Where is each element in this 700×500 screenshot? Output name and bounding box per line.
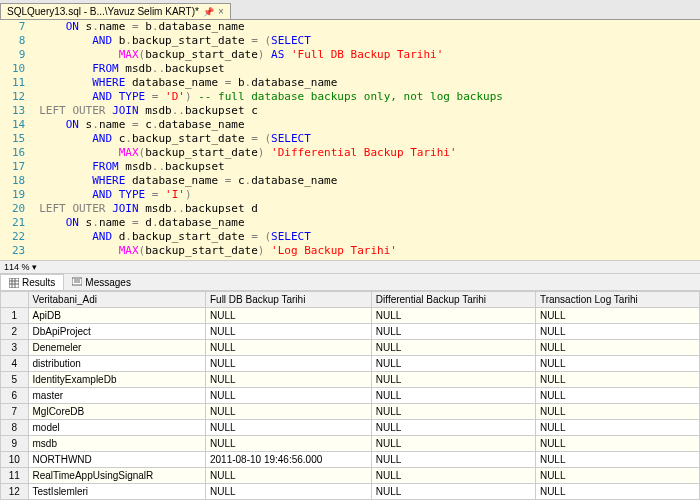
cell[interactable]: NULL [205,436,371,452]
cell[interactable]: NULL [371,484,535,500]
code-line[interactable]: AND TYPE = 'I') [39,188,503,202]
cell[interactable]: NULL [205,340,371,356]
column-header[interactable]: Veritabani_Adi [28,292,205,308]
cell[interactable]: NULL [371,468,535,484]
code-line[interactable]: FROM msdb..backupset [39,62,503,76]
table-row[interactable]: 9msdbNULLNULLNULL [1,436,700,452]
cell[interactable]: master [28,388,205,404]
line-number: 19 [12,188,25,202]
cell[interactable]: MglCoreDB [28,404,205,420]
cell[interactable]: NORTHWND [28,452,205,468]
close-icon[interactable]: × [218,6,224,17]
tab-messages[interactable]: Messages [64,274,139,290]
table-row[interactable]: 10NORTHWND2011-08-10 19:46:56.000NULLNUL… [1,452,700,468]
cell[interactable]: NULL [371,436,535,452]
table-row[interactable]: 12TestIslemleriNULLNULLNULL [1,484,700,500]
cell[interactable]: 2011-08-10 19:46:56.000 [205,452,371,468]
cell[interactable]: NULL [371,420,535,436]
cell[interactable]: NULL [535,356,699,372]
tab-bar: SQLQuery13.sql - B...\Yavuz Selim KART)*… [0,0,700,20]
cell[interactable]: NULL [205,404,371,420]
zoom-dropdown-icon[interactable]: ▾ [32,262,37,272]
cell[interactable]: NULL [371,404,535,420]
cell[interactable]: RealTimeAppUsingSignalR [28,468,205,484]
cell[interactable]: NULL [535,436,699,452]
line-number: 22 [12,230,25,244]
column-header[interactable]: Full DB Backup Tarihi [205,292,371,308]
code-line[interactable]: AND b.backup_start_date = (SELECT [39,34,503,48]
table-row[interactable]: 7MglCoreDBNULLNULLNULL [1,404,700,420]
table-row[interactable]: 4distributionNULLNULLNULL [1,356,700,372]
cell[interactable]: NULL [205,468,371,484]
cell[interactable]: TestIslemleri [28,484,205,500]
line-number: 7 [12,20,25,34]
table-row[interactable]: 11RealTimeAppUsingSignalRNULLNULLNULL [1,468,700,484]
pin-icon[interactable]: 📌 [203,7,214,17]
row-number: 7 [1,404,29,420]
results-grid[interactable]: Veritabani_AdiFull DB Backup TarihiDiffe… [0,291,700,500]
column-header[interactable]: Transaction Log Tarihi [535,292,699,308]
code-line[interactable]: ON s.name = d.database_name [39,216,503,230]
code-line[interactable]: MAX(backup_start_date) 'Log Backup Tarih… [39,244,503,258]
code-line[interactable]: AND c.backup_start_date = (SELECT [39,132,503,146]
cell[interactable]: NULL [535,468,699,484]
cell[interactable]: NULL [371,388,535,404]
code-line[interactable]: LEFT OUTER JOIN msdb..backupset c [39,104,503,118]
cell[interactable]: NULL [371,452,535,468]
zoom-indicator[interactable]: 114 % ▾ [0,260,700,274]
cell[interactable]: NULL [371,324,535,340]
cell[interactable]: NULL [371,340,535,356]
cell[interactable]: NULL [535,308,699,324]
cell[interactable]: NULL [205,308,371,324]
table-row[interactable]: 6masterNULLNULLNULL [1,388,700,404]
cell[interactable]: NULL [535,372,699,388]
line-number: 18 [12,174,25,188]
cell[interactable]: NULL [535,484,699,500]
table-row[interactable]: 8modelNULLNULLNULL [1,420,700,436]
code-line[interactable]: MAX(backup_start_date) 'Differential Bac… [39,146,503,160]
code-line[interactable]: AND TYPE = 'D') -- full database backups… [39,90,503,104]
code-line[interactable]: FROM msdb..backupset [39,160,503,174]
cell[interactable]: NULL [371,308,535,324]
cell[interactable]: ApiDB [28,308,205,324]
cell[interactable]: NULL [205,356,371,372]
code-line[interactable]: WHERE database_name = c.database_name [39,174,503,188]
cell[interactable]: msdb [28,436,205,452]
cell[interactable]: NULL [205,420,371,436]
cell[interactable]: Denemeler [28,340,205,356]
cell[interactable]: NULL [535,388,699,404]
table-row[interactable]: 5IdentityExampleDbNULLNULLNULL [1,372,700,388]
cell[interactable]: IdentityExampleDb [28,372,205,388]
cell[interactable]: DbApiProject [28,324,205,340]
cell[interactable]: NULL [371,356,535,372]
cell[interactable]: NULL [535,452,699,468]
file-tab[interactable]: SQLQuery13.sql - B...\Yavuz Selim KART)*… [0,3,231,19]
code-content[interactable]: ON s.name = b.database_name AND b.backup… [31,20,511,260]
code-line[interactable]: ON s.name = b.database_name [39,20,503,34]
cell[interactable]: NULL [205,372,371,388]
cell[interactable]: NULL [205,484,371,500]
table-row[interactable]: 2DbApiProjectNULLNULLNULL [1,324,700,340]
cell[interactable]: NULL [205,388,371,404]
cell[interactable]: NULL [535,420,699,436]
code-line[interactable]: MAX(backup_start_date) AS 'Full DB Backu… [39,48,503,62]
cell[interactable]: model [28,420,205,436]
code-editor[interactable]: 7891011121314151617181920212223242526272… [0,20,700,260]
table-row[interactable]: 1ApiDBNULLNULLNULL [1,308,700,324]
code-line[interactable]: LEFT OUTER JOIN msdb..backupset d [39,202,503,216]
cell[interactable]: NULL [535,324,699,340]
cell[interactable]: NULL [535,340,699,356]
code-line[interactable]: WHERE database_name = b.database_name [39,76,503,90]
column-header[interactable]: Differential Backup Tarihi [371,292,535,308]
row-number: 10 [1,452,29,468]
row-number: 6 [1,388,29,404]
table-row[interactable]: 3DenemelerNULLNULLNULL [1,340,700,356]
cell[interactable]: NULL [535,404,699,420]
line-number: 21 [12,216,25,230]
cell[interactable]: distribution [28,356,205,372]
tab-results[interactable]: Results [0,274,64,290]
code-line[interactable]: ON s.name = c.database_name [39,118,503,132]
cell[interactable]: NULL [205,324,371,340]
cell[interactable]: NULL [371,372,535,388]
code-line[interactable]: AND d.backup_start_date = (SELECT [39,230,503,244]
